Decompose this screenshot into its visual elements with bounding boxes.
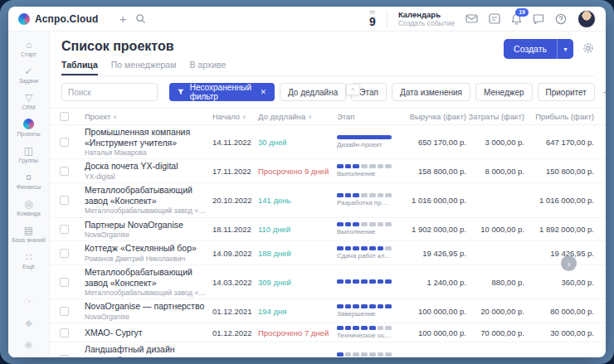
help-icon[interactable] [555, 13, 567, 25]
progress-segment [353, 279, 359, 284]
topbar-right: пт 9 Календарь Создать событие [369, 10, 596, 28]
table-row[interactable]: Коттедж «Стеклянный бор» Романов Дмитрий… [50, 241, 606, 265]
user-avatar[interactable] [577, 10, 596, 28]
chevron-down-icon[interactable]: ▾ [558, 39, 573, 59]
create-button-label: Создать [504, 39, 557, 59]
sidebar-item-crm[interactable]: ▽ CRM [10, 90, 48, 113]
row-checkbox[interactable] [60, 307, 69, 316]
row-checkbox[interactable] [60, 328, 69, 337]
filter-button-0[interactable]: До дедлайна [280, 83, 346, 101]
stage-cell: Разработка проекта 1 в... [337, 193, 403, 206]
chat-icon[interactable] [533, 13, 544, 24]
app-logo[interactable]: Аспро.Cloud [18, 13, 99, 25]
sidebar-item-team[interactable]: ◎ Команда [10, 197, 48, 219]
tab-table[interactable]: Таблица [61, 60, 98, 75]
settings-gear-icon[interactable] [582, 42, 594, 56]
active-filter-label: Несохраненный фильтр [190, 83, 255, 101]
search-input[interactable] [61, 83, 158, 101]
calendar-title: Календарь [398, 10, 455, 19]
crm-icon: ▽ [25, 92, 32, 103]
puzzle-icon[interactable]: ◆ [25, 318, 32, 328]
progress-segment [337, 279, 344, 284]
profit-value: 19 426,95 р. [524, 249, 594, 258]
app-window: Аспро.Cloud + пт 9 Календарь Создать соб… [8, 7, 606, 357]
table-row[interactable]: ХМАО- Сургут 01.12.2022 Просрочено 7 дне… [50, 323, 606, 342]
column-header-start[interactable]: Начало∨ [212, 112, 258, 121]
sidebar-item-finance[interactable]: ¤ Финансы [10, 170, 48, 192]
progress-segment [361, 352, 368, 357]
column-header-project[interactable]: Проект∨ [85, 112, 212, 121]
filter-button-2[interactable]: Дата изменения [392, 83, 470, 101]
select-all-checkbox[interactable] [60, 112, 69, 121]
row-checkbox[interactable] [60, 225, 69, 234]
sidebar-item-groups[interactable]: ◫ Группы [10, 143, 48, 166]
calendar-date-widget[interactable]: пт 9 [369, 10, 376, 27]
row-checkbox[interactable] [60, 355, 69, 357]
table-row[interactable]: NovaOrganise — партнерство NovaOrganise … [50, 299, 606, 323]
revenue-value: 158 800,00 р. [403, 167, 466, 176]
table-row[interactable]: Металлообрабатывающий завод «Конспект» М… [50, 265, 606, 299]
create-button[interactable]: Создать ▾ [504, 39, 573, 59]
hand-pointer-icon[interactable]: ☞ [25, 296, 33, 307]
progress-segment [361, 193, 368, 197]
row-checkbox[interactable] [60, 167, 69, 176]
add-filter-icon[interactable]: + [603, 85, 606, 99]
search-icon[interactable] [135, 13, 146, 24]
active-filter-chip[interactable]: Несохраненный фильтр ✕ [169, 83, 275, 101]
table-row[interactable]: Партнеры NovaOrganise NovaOrganise 18.11… [50, 218, 606, 242]
progress-segment [353, 326, 359, 330]
row-checkbox[interactable] [60, 278, 69, 287]
sort-icon: ∨ [113, 114, 117, 120]
row-checkbox[interactable] [60, 138, 69, 147]
stage-progress-bar [337, 164, 392, 168]
stage-cell: Выполнение [337, 164, 403, 177]
tab-archive[interactable]: В архиве [189, 60, 226, 75]
sidebar-item-more[interactable]: ∷ Ещё [10, 250, 48, 272]
stage-label: Сдача работ клиенту [337, 252, 392, 260]
progress-segment [345, 352, 352, 357]
start-date: 14.09.2022 [212, 249, 258, 258]
deadline-value: 2 дня [258, 355, 337, 357]
column-header-revenue[interactable]: Выручка (факт) [403, 112, 466, 121]
sidebar-item-projects[interactable]: Проекты [10, 117, 48, 139]
table-row[interactable]: Доска почета YX-digital YX-digital 17.11… [50, 159, 606, 183]
sort-icon: ∨ [308, 114, 312, 120]
progress-segment [337, 304, 344, 308]
row-checkbox[interactable] [60, 249, 69, 258]
revenue-value: 377 000,00 р. [403, 355, 466, 357]
revenue-value: 100 000,00 р. [403, 307, 466, 316]
sidebar-item-kb[interactable]: ▤ База знаний [10, 223, 48, 245]
project-cell: Доска почета YX-digital YX-digital [85, 161, 212, 181]
progress-segment [353, 304, 359, 308]
table-row[interactable]: Ландшафтный дизайн парковой территории K… [50, 342, 606, 357]
profit-value: 150 800,00 р. [524, 167, 594, 176]
quick-add-icon[interactable]: + [119, 12, 127, 25]
remove-filter-icon[interactable]: ✕ [260, 88, 266, 96]
table-row[interactable]: Промышленная компания «Инструмент учител… [50, 125, 606, 159]
kb-icon: ▤ [24, 225, 33, 235]
bell-icon[interactable]: 19 [511, 13, 522, 25]
start-date: 01.12.2022 [212, 328, 258, 337]
scroll-up-button[interactable]: ^ [346, 84, 360, 95]
megaphone-icon[interactable]: ◉ [25, 339, 33, 350]
finance-icon: ¤ [26, 172, 32, 182]
mail-icon[interactable] [465, 13, 478, 24]
row-checkbox[interactable] [60, 196, 69, 205]
progress-segment [385, 279, 392, 284]
column-header-profit[interactable]: Прибыль (факт) [524, 112, 594, 121]
column-header-costs[interactable]: Затраты (факт) [466, 112, 524, 121]
sidebar-item-start[interactable]: ⌂ Старт [10, 37, 48, 60]
calendar-widget[interactable]: Календарь Создать событие [398, 10, 455, 28]
column-header-deadline[interactable]: До дедлайна∨ [258, 112, 337, 121]
column-header-stage[interactable]: Этап [337, 112, 403, 121]
notes-icon[interactable] [489, 13, 500, 24]
filter-button-4[interactable]: Приоритет [538, 83, 595, 101]
stage-cell: Выполнение [337, 222, 403, 235]
tab-by-managers[interactable]: По менеджерам [111, 60, 177, 75]
filter-button-3[interactable]: Менеджер [475, 83, 533, 101]
scroll-right-button[interactable]: › [561, 255, 577, 271]
table-row[interactable]: Металлообрабатывающий завод «Конспект» М… [50, 183, 606, 217]
progress-segment [369, 326, 376, 330]
sidebar: ⌂ Старт ✓ Задачи ▽ CRM Проекты ◫ Группы … [8, 32, 50, 357]
sidebar-item-tasks[interactable]: ✓ Задачи [10, 64, 48, 86]
